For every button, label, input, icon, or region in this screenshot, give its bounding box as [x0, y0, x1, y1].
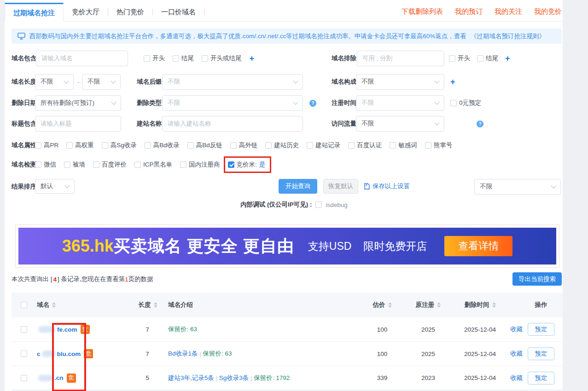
checkbox-icp-blacklist[interactable]: ICP黑名单 [134, 161, 172, 169]
sort-icon[interactable] [52, 302, 56, 308]
checkbox-high-pr[interactable]: 高PR [35, 141, 58, 150]
checkbox-box[interactable] [348, 142, 355, 149]
right-filter-select[interactable]: 不限 [474, 179, 561, 195]
checkbox-box[interactable] [93, 161, 99, 168]
checkbox-xiongzhang[interactable]: 熊掌号 [425, 141, 453, 150]
checkbox-high-sg-index[interactable]: 高Sg收录 [102, 141, 137, 150]
checkbox-wechat[interactable]: 微信 [35, 161, 56, 169]
reg-time-select[interactable]: 不限 [356, 95, 444, 111]
checkbox-box[interactable] [144, 55, 150, 62]
traffic-select[interactable]: 不限 [356, 116, 444, 132]
notice-rules-link[interactable]: 《过期域名预订抢注规则》 [471, 32, 545, 40]
checkbox-starts-or-ends[interactable]: 开头或结尾 [202, 54, 242, 63]
checkbox-domestic-registrar[interactable]: 国内注册商 [180, 161, 220, 169]
isdebug-checkbox[interactable] [315, 201, 322, 208]
save-settings-link[interactable]: 保存以上设置 [364, 179, 410, 194]
length-from-select[interactable]: 不限 [35, 74, 74, 90]
sort-icon[interactable] [437, 302, 441, 308]
checkbox-box[interactable] [145, 142, 151, 149]
checkbox-box[interactable] [450, 100, 457, 106]
checkbox-box[interactable] [66, 142, 73, 149]
tab-buy-now-domains[interactable]: 一口价域名 [153, 3, 204, 21]
checkbox-bidding-domain[interactable]: 竞价米: 是 [228, 161, 266, 169]
domain-contains-input[interactable]: 请输入域名 [36, 51, 128, 66]
domain-cell[interactable]: c blu.com 竞 [37, 342, 93, 366]
checkbox-box[interactable] [230, 142, 237, 149]
site-name-input[interactable]: 请输入建站名称 [162, 116, 303, 132]
search-button[interactable]: 开始查询 [279, 179, 317, 194]
help-icon[interactable]: ? [477, 121, 483, 127]
select-all-checkbox[interactable] [21, 302, 27, 308]
plus-icon[interactable]: + [450, 77, 455, 87]
domain-cell[interactable]: .cn 竞 [37, 366, 76, 390]
domain-suffix-select[interactable]: 不限 [162, 74, 303, 90]
header-estimate[interactable]: 估价 [361, 293, 403, 317]
checkbox-zero-yuan-reserve[interactable]: 0元预定 [450, 99, 481, 107]
link-download-delete-list[interactable]: 下载删除列表 [402, 7, 443, 16]
reserve-button[interactable]: 预定 [528, 372, 554, 385]
checkbox-box[interactable] [449, 55, 455, 62]
banner-detail-button[interactable]: 查看详情 [444, 236, 512, 256]
row-checkbox[interactable] [21, 351, 27, 357]
checkbox-box[interactable] [425, 142, 431, 149]
checkbox-blocked[interactable]: 被墙 [64, 161, 85, 169]
checkbox-starts-with[interactable]: 开头 [144, 54, 165, 63]
checkbox-box[interactable] [390, 142, 396, 149]
favorite-link[interactable]: 收藏 [510, 317, 523, 341]
checkbox-baidu-verified[interactable]: 百度认证 [348, 141, 382, 150]
checkbox-high-weight[interactable]: 高权重 [66, 141, 94, 150]
link-my-watchlist[interactable]: 我的关注 [495, 7, 522, 16]
ad-banner[interactable]: 365.hk 买卖域名 更安全 更自由 支持USD 限时免费开店 查看详情 [18, 228, 556, 264]
checkbox-high-external-link[interactable]: 高外链 [230, 141, 258, 150]
checkbox-exclude-ends[interactable]: 结尾 [477, 54, 498, 63]
row-checkbox[interactable] [21, 326, 27, 333]
row-checkbox[interactable] [21, 375, 27, 381]
header-domain[interactable]: 域名 [37, 293, 56, 317]
checkbox-box[interactable] [134, 161, 141, 168]
checkbox-box[interactable] [173, 55, 179, 62]
checkbox-box[interactable] [202, 55, 208, 62]
checkbox-box[interactable] [64, 161, 70, 168]
checkbox-box[interactable] [180, 161, 186, 168]
tab-expired-domain-backorder[interactable]: 过期域名抢注 [5, 3, 64, 22]
sort-icon[interactable] [492, 302, 496, 308]
checkbox-sensitive-word[interactable]: 敏感词 [390, 141, 417, 150]
title-contains-input[interactable]: 请输入标题 [35, 116, 121, 132]
sort-select[interactable]: 默认 [35, 179, 75, 194]
link-my-reservations[interactable]: 我的预订 [455, 7, 483, 16]
checkbox-ends-with[interactable]: 结尾 [173, 54, 194, 63]
checkbox-box[interactable] [35, 142, 41, 149]
plus-icon[interactable]: + [250, 54, 255, 63]
domain-exclude-input[interactable]: 可用 , 分割 [357, 51, 444, 66]
delete-date-select[interactable]: 所有待删除(可预订) [35, 95, 121, 111]
checkbox-high-bd-backlink[interactable]: 高Bd反链 [187, 141, 222, 150]
link-my-bids[interactable]: 我的竞价 [534, 7, 562, 16]
sort-icon[interactable] [154, 302, 157, 308]
tab-hot-auction[interactable]: 热门竞价 [108, 3, 152, 21]
checkbox-box[interactable] [35, 161, 41, 168]
checkbox-box-checked[interactable] [228, 161, 234, 168]
checkbox-exclude-starts[interactable]: 开头 [449, 54, 470, 63]
reset-button[interactable]: 恢复默认 [323, 179, 358, 194]
tab-auction-hall[interactable]: 竞价大厅 [64, 3, 108, 21]
checkbox-box[interactable] [265, 142, 272, 149]
header-delete-time[interactable]: 删除时间 [456, 293, 504, 317]
header-length[interactable]: 长度 [134, 293, 162, 317]
length-to-select[interactable]: 不限 [82, 74, 121, 90]
checkbox-site-record[interactable]: 建站记录 [307, 141, 340, 150]
sort-icon[interactable] [388, 302, 392, 308]
checkbox-box[interactable] [477, 55, 483, 62]
domain-cell[interactable]: fe.com 竞 [37, 317, 90, 341]
checkbox-box[interactable] [187, 142, 194, 149]
checkbox-baidu-rating[interactable]: 百度评价 [93, 161, 127, 169]
header-original-reg[interactable]: 原注册 [408, 293, 449, 317]
plus-icon[interactable]: + [505, 54, 510, 63]
checkbox-box[interactable] [102, 142, 108, 149]
checkbox-high-bd-index[interactable]: 高Bd收录 [145, 141, 180, 150]
help-icon[interactable]: ? [309, 100, 316, 107]
domain-compose-select[interactable]: 不限 [356, 74, 444, 90]
delete-type-select[interactable]: 不限 [162, 95, 303, 111]
checkbox-site-history[interactable]: 建站历史 [265, 141, 299, 150]
export-search-button[interactable]: 导出当前搜索 [512, 272, 562, 286]
reserve-button[interactable]: 预定 [528, 347, 554, 360]
